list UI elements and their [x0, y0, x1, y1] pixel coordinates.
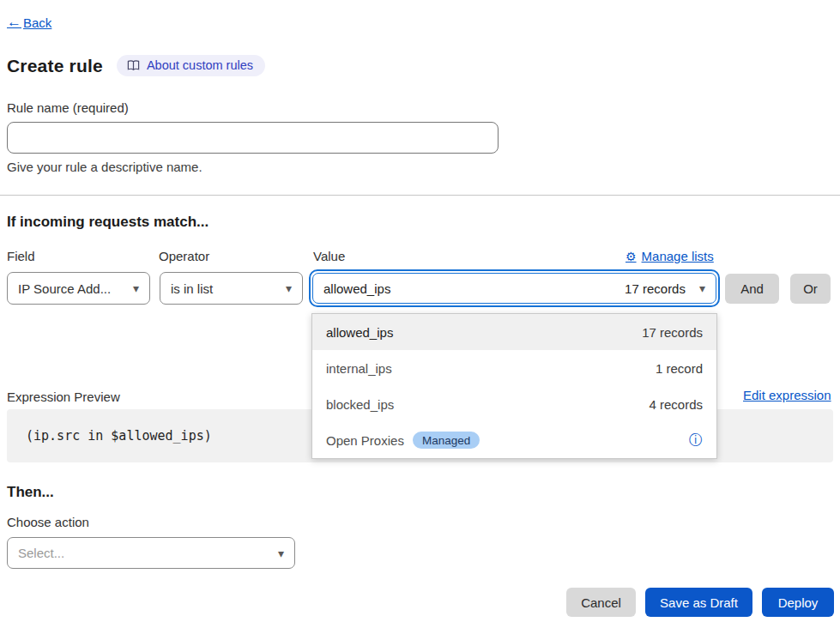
chevron-down-icon: ▾: [278, 547, 284, 559]
or-button[interactable]: Or: [790, 274, 831, 304]
action-select[interactable]: Select... ▾: [7, 537, 295, 569]
field-select[interactable]: IP Source Add... ▾: [7, 272, 150, 305]
operator-select-value: is in list: [171, 281, 213, 296]
operator-select[interactable]: is in list ▾: [160, 272, 303, 305]
field-select-value: IP Source Add...: [18, 281, 111, 296]
edit-expression-link[interactable]: Edit expression: [743, 388, 831, 402]
rule-name-label: Rule name (required): [7, 100, 129, 115]
chevron-down-icon: ▾: [286, 282, 292, 294]
manage-lists-label: Manage lists: [642, 249, 714, 263]
list-item-name: blocked_ips: [326, 397, 394, 412]
rule-name-input[interactable]: [7, 122, 499, 154]
title-row: Create rule About custom rules: [7, 55, 265, 76]
chevron-down-icon: ▾: [699, 282, 705, 294]
create-rule-page: ←Back Create rule About custom rules Rul…: [0, 0, 840, 634]
about-custom-rules-link[interactable]: About custom rules: [117, 55, 265, 76]
cancel-button[interactable]: Cancel: [566, 588, 636, 617]
field-label: Field: [7, 249, 35, 263]
list-dropdown-menu: allowed_ips 17 records internal_ips 1 re…: [311, 313, 717, 459]
list-item-name: allowed_ips: [326, 325, 393, 340]
expression-preview-label: Expression Preview: [7, 389, 120, 404]
section-divider: [0, 195, 840, 196]
list-item-open-proxies[interactable]: Open Proxies Managed ⓘ: [312, 422, 716, 458]
value-combobox-records: 17 records: [625, 281, 686, 296]
list-item-records: 17 records: [642, 325, 703, 340]
value-combobox-value: allowed_ips: [323, 281, 390, 296]
page-title: Create rule: [7, 56, 103, 76]
then-section-heading: Then...: [7, 484, 54, 501]
chevron-down-icon: ▾: [133, 282, 139, 294]
rule-name-helper: Give your rule a descriptive name.: [7, 160, 202, 174]
list-item-records: 4 records: [649, 397, 703, 412]
list-item-records: 1 record: [656, 361, 703, 376]
list-item-name: internal_ips: [326, 361, 392, 376]
deploy-button[interactable]: Deploy: [762, 588, 834, 617]
value-combobox[interactable]: allowed_ips 17 records ▾: [312, 273, 716, 304]
expression-code: (ip.src in $allowed_ips): [26, 428, 212, 444]
list-item-allowed-ips[interactable]: allowed_ips 17 records: [312, 314, 716, 350]
managed-badge: Managed: [413, 432, 480, 449]
gear-icon: ⚙: [625, 250, 637, 263]
list-item-internal-ips[interactable]: internal_ips 1 record: [312, 350, 716, 386]
and-button[interactable]: And: [725, 274, 779, 304]
operator-label: Operator: [159, 249, 209, 263]
list-item-blocked-ips[interactable]: blocked_ips 4 records: [312, 386, 716, 422]
value-combobox-focus-ring: allowed_ips 17 records ▾: [309, 269, 720, 307]
value-label: Value: [313, 249, 345, 263]
action-select-placeholder: Select...: [18, 546, 64, 560]
choose-action-label: Choose action: [7, 515, 89, 529]
list-item-name: Open Proxies: [326, 433, 404, 448]
match-section-heading: If incoming requests match...: [7, 214, 208, 231]
manage-lists-link[interactable]: ⚙ Manage lists: [625, 249, 714, 263]
save-as-draft-button[interactable]: Save as Draft: [645, 588, 752, 617]
back-link[interactable]: ←Back: [7, 14, 51, 31]
book-icon: [127, 59, 140, 72]
about-badge-label: About custom rules: [147, 58, 253, 72]
back-arrow-icon: ←: [7, 14, 21, 31]
back-link-label: Back: [23, 15, 51, 30]
info-icon[interactable]: ⓘ: [689, 433, 703, 447]
